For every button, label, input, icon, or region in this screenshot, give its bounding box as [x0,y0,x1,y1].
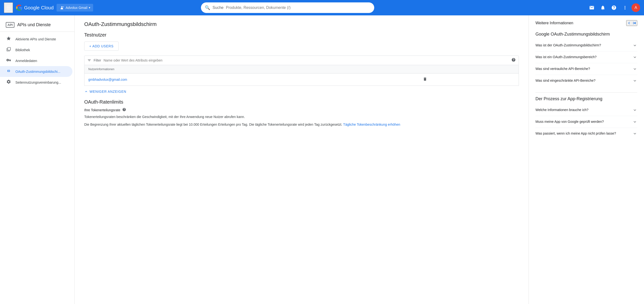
faq-question-3: Was sind vertrauliche API-Bereiche? [536,67,632,71]
sidebar-item-label-bibliothek: Bibliothek [16,48,30,52]
bibliothek-icon [6,47,12,53]
token-increase-link[interactable]: Tägliche Tokenbeschränkung erhöhen [343,123,400,126]
faq-item-4[interactable]: Was sind eingeschränkte API-Bereiche? [536,75,637,87]
faq-section-1: Google OAuth-Zustimmungsbildschirm Was i… [536,32,637,87]
chevron-down-icon-5 [632,108,637,113]
sidebar-item-anmeldedaten[interactable]: Anmeldedaten [0,55,72,66]
testnutzer-title: Testnutzer [84,32,519,38]
token-rate-help-icon[interactable] [122,108,126,112]
right-panel: Weitere Informationen Google OAuth-Zusti… [528,15,644,304]
description-text-2: Die Begrenzung Ihrer aktuellen täglichen… [84,122,519,127]
sidebar-item-label-anmeldedaten: Anmeldedaten [16,59,37,63]
filter-input[interactable] [104,58,509,62]
top-navigation: ☰ Google Cloud Advolux Gmail ▾ 🔍 Suche [0,0,644,15]
sidebar-item-oauth[interactable]: OAuth-Zustimmungsbildschi... [0,66,72,77]
filter-bar: Filter [84,55,519,65]
sidebar-title: APIs und Dienste [17,22,51,27]
show-less-button[interactable]: WENIGER ANZEIGEN [84,86,126,95]
email-button[interactable] [587,3,596,12]
seitennutzung-icon [6,79,12,85]
chevron-down-icon-6 [632,120,637,124]
main-content: OAuth-Zustimmungsbildschirm Testnutzer +… [74,15,528,304]
hamburger-menu-button[interactable]: ☰ [4,2,13,13]
chevron-down-icon-4 [632,78,637,83]
faq-item-6[interactable]: Muss meine App von Google geprüft werden… [536,116,637,128]
faq-question-7: Was passiert, wenn ich meine App nicht p… [536,131,632,136]
svg-point-1 [63,6,64,7]
faq-question-2: Was ist ein OAuth-Zustimmungsbereich? [536,55,632,60]
main-layout: API APIs und Dienste Aktivierte APIs und… [0,15,644,304]
right-panel-header: Weitere Informationen [536,20,637,26]
search-input[interactable] [226,5,370,10]
faq-question-1: Was ist der OAuth-Zustimmungsbildschirm? [536,43,632,48]
search-label: Suche [212,5,223,10]
description-text-1: Tokenerteilungsraten beschränken die Ges… [84,114,519,120]
oauth-icon [6,68,12,74]
chevron-down-icon-1 [632,43,637,48]
sidebar-item-label-aktivierte: Aktivierte APIs und Dienste [16,37,56,41]
project-dropdown-icon: ▾ [89,6,90,9]
chevron-down-icon-2 [632,55,637,60]
chevron-up-icon [84,90,88,94]
faq-item-3[interactable]: Was sind vertrauliche API-Bereiche? [536,63,637,75]
project-icon [60,5,64,10]
section-divider [536,92,637,93]
sidebar-item-seitennutzung[interactable]: Seitennutzungsvereinbarung... [0,77,72,88]
sidebar-item-label-seitennutzung: Seitennutzungsvereinbarung... [16,81,61,84]
sidebar-item-bibliothek[interactable]: Bibliothek [0,44,72,55]
faq-item-2[interactable]: Was ist ein OAuth-Zustimmungsbereich? [536,51,637,63]
filter-icon [87,58,91,62]
sidebar-item-aktivierte[interactable]: Aktivierte APIs und Dienste [0,34,72,44]
users-table: Nutzerinformationen gmbhadvolux@gmail.co… [84,65,519,86]
nav-actions: A [587,3,640,12]
faq-section-2: Der Prozess zur App-Registrierung Welche… [536,96,637,139]
svg-point-0 [61,6,62,7]
faq-item-7[interactable]: Was passiert, wenn ich meine App nicht p… [536,128,637,139]
filter-help-icon[interactable] [512,58,516,63]
faq-question-5: Welche Informationen brauche ich? [536,108,632,113]
faq-item-1[interactable]: Was ist der OAuth-Zustimmungsbildschirm? [536,40,637,51]
google-cloud-logo[interactable]: Google Cloud [16,4,54,11]
sidebar: API APIs und Dienste Aktivierte APIs und… [0,15,74,304]
chevron-down-icon-7 [632,131,637,136]
search-icon: 🔍 [205,5,210,10]
table-header-actions [418,65,519,74]
chevron-down-icon-3 [632,67,637,71]
notifications-button[interactable] [598,3,608,12]
google-logo-icon [16,4,22,11]
faq-item-5[interactable]: Welche Informationen brauche ich? [536,104,637,116]
anmeldedaten-icon [6,58,12,64]
sidebar-item-label-oauth: OAuth-Zustimmungsbildschi... [16,70,60,74]
token-rate-header: Ihre Tokenerteilungsrate [84,108,519,112]
faq-question-6: Muss meine App von Google geprüft werden… [536,120,632,124]
more-options-button[interactable] [620,3,630,12]
table-header-nutzerinformationen: Nutzerinformationen [84,65,418,74]
sidebar-header: API APIs und Dienste [0,19,74,32]
right-panel-title: Weitere Informationen [536,21,573,25]
page-title: OAuth-Zustimmungsbildschirm [84,21,519,27]
project-name: Advolux Gmail [66,6,87,10]
user-email-link[interactable]: gmbhadvolux@gmail.com [88,78,127,81]
filter-label: Filter [94,58,101,62]
faq-section-1-title: Google OAuth-Zustimmungsbildschirm [536,32,637,37]
logo-google-text: Google [24,5,40,10]
rate-limits-title: OAuth-Ratenlimits [84,99,519,105]
logo-cloud-text: Cloud [41,5,54,10]
faq-question-4: Was sind eingeschränkte API-Bereiche? [536,78,632,83]
add-users-button[interactable]: + ADD USERS [84,42,119,51]
panel-collapse-button[interactable] [626,20,637,26]
table-row: gmbhadvolux@gmail.com [84,74,519,86]
add-users-label: + ADD USERS [89,44,114,48]
aktivierte-icon [6,36,12,42]
search-bar: 🔍 Suche [201,2,374,13]
user-avatar[interactable]: A [632,3,640,12]
help-button[interactable] [609,3,618,12]
project-selector[interactable]: Advolux Gmail ▾ [56,4,93,11]
faq-section-2-title: Der Prozess zur App-Registrierung [536,96,637,101]
show-less-label: WENIGER ANZEIGEN [90,90,126,94]
api-badge: API [6,22,14,28]
token-rate-label: Ihre Tokenerteilungsrate [84,108,120,112]
delete-user-button[interactable] [422,76,428,83]
